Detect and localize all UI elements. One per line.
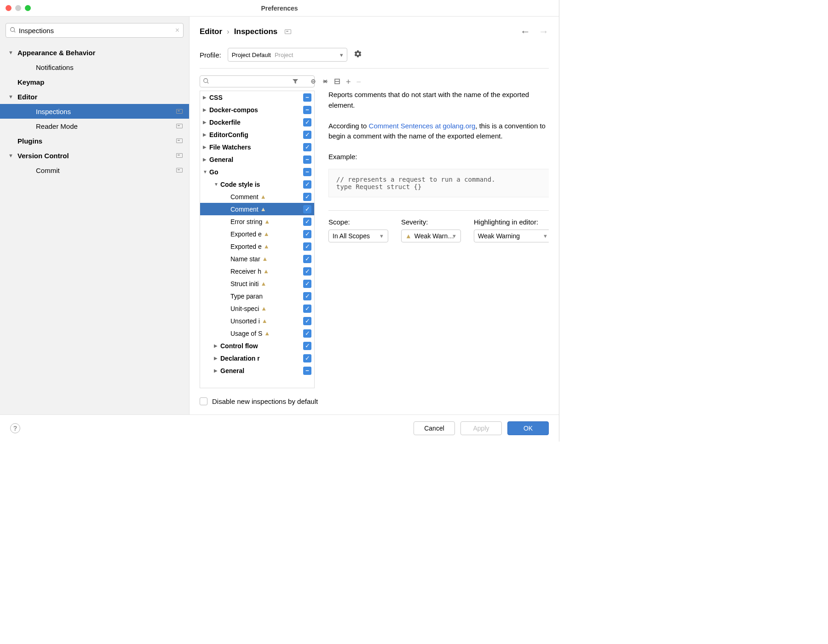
inspection-checkbox[interactable]: ✓: [303, 267, 311, 276]
sidebar-item-commit[interactable]: Commit: [0, 163, 189, 178]
inspection-label: Go: [209, 168, 218, 176]
sidebar-item-inspections[interactable]: Inspections: [0, 104, 189, 119]
ok-button[interactable]: OK: [507, 421, 549, 435]
inspection-checkbox[interactable]: ✓: [303, 255, 311, 263]
inspection-label: Error string: [230, 218, 262, 225]
inspection-checkbox[interactable]: ✓: [303, 143, 311, 151]
search-input[interactable]: [19, 27, 172, 34]
chevron-right-icon: ▶: [203, 132, 208, 137]
inspection-checkbox[interactable]: ✓: [303, 131, 311, 139]
inspection-label: Type paran: [230, 293, 263, 300]
disable-new-checkbox[interactable]: [200, 397, 207, 405]
maximize-icon[interactable]: [25, 5, 31, 11]
inspection-checkbox[interactable]: ✓: [303, 193, 311, 201]
inspection-item[interactable]: ▶General−: [200, 364, 314, 377]
inspection-item[interactable]: Comment▲✓: [200, 203, 314, 215]
inspection-item[interactable]: ▶Declaration r✓: [200, 352, 314, 364]
inspection-checkbox[interactable]: ✓: [303, 280, 311, 288]
inspection-item[interactable]: Receiver h▲✓: [200, 265, 314, 277]
inspection-checkbox[interactable]: ✓: [303, 292, 311, 300]
sidebar-item-version-control[interactable]: ▼Version Control: [0, 148, 189, 163]
inspection-checkbox[interactable]: −: [303, 155, 311, 164]
project-scope-icon: [176, 138, 183, 144]
inspection-item[interactable]: Unit-speci▲✓: [200, 302, 314, 315]
inspection-label: Code style is: [220, 181, 260, 188]
severity-select[interactable]: ▲ Weak Warn… ▼: [401, 230, 461, 242]
inspection-item[interactable]: Comment▲✓: [200, 190, 314, 203]
inspection-checkbox[interactable]: ✓: [303, 354, 311, 362]
inspection-item[interactable]: Usage of S▲✓: [200, 327, 314, 339]
expand-all-icon[interactable]: [310, 78, 316, 86]
inspection-item[interactable]: Unsorted i▲✓: [200, 315, 314, 327]
inspection-item[interactable]: ▶Control flow✓: [200, 339, 314, 352]
sidebar-item-label: Commit: [36, 167, 60, 174]
profile-select[interactable]: Project Default Project ▾: [228, 48, 347, 62]
inspection-checkbox[interactable]: ✓: [303, 317, 311, 325]
cancel-button[interactable]: Cancel: [414, 421, 455, 435]
inspection-label: Declaration r: [220, 355, 260, 362]
sidebar-item-notifications[interactable]: Notifications: [0, 60, 189, 75]
inspection-item[interactable]: Exported e▲✓: [200, 228, 314, 240]
close-icon[interactable]: [6, 5, 12, 11]
breadcrumb-editor[interactable]: Editor: [200, 27, 222, 36]
warning-icon: ▲: [263, 268, 269, 275]
history-back-button[interactable]: ←: [520, 26, 530, 38]
inspection-checkbox[interactable]: ✓: [303, 118, 311, 126]
inspection-item[interactable]: Error string▲✓: [200, 215, 314, 228]
sidebar-item-editor[interactable]: ▼Editor: [0, 89, 189, 104]
sidebar-item-label: Keymap: [17, 78, 44, 86]
help-button[interactable]: ?: [10, 423, 20, 433]
chevron-down-icon: ▼: [379, 233, 384, 239]
sidebar-search[interactable]: ×: [6, 23, 184, 38]
inspection-item[interactable]: ▶General−: [200, 153, 314, 166]
search-icon: [203, 78, 209, 86]
inspection-item[interactable]: Struct initi▲✓: [200, 277, 314, 290]
sidebar-item-keymap[interactable]: Keymap: [0, 75, 189, 89]
inspection-checkbox[interactable]: ✓: [303, 218, 311, 226]
inspection-item[interactable]: ▶CSS−: [200, 91, 314, 104]
inspection-checkbox[interactable]: −: [303, 367, 311, 375]
sidebar-item-reader-mode[interactable]: Reader Mode: [0, 119, 189, 133]
scope-select[interactable]: In All Scopes ▼: [328, 230, 388, 242]
inspection-item[interactable]: ▶EditorConfig✓: [200, 128, 314, 141]
disable-new-label: Disable new inspections by default: [212, 397, 318, 405]
inspection-item[interactable]: ▼Code style is✓: [200, 178, 314, 190]
inspection-item[interactable]: Exported e▲✓: [200, 240, 314, 253]
sidebar-item-appearance-behavior[interactable]: ▼Appearance & Behavior: [0, 45, 189, 60]
inspection-item[interactable]: ▶Dockerfile✓: [200, 116, 314, 128]
warning-icon: ▲: [260, 280, 266, 287]
doc-link[interactable]: Comment Sentences at golang.org: [369, 122, 476, 130]
breadcrumb: Editor › Inspections: [200, 27, 291, 36]
inspection-checkbox[interactable]: ✓: [303, 205, 311, 213]
collapse-all-icon[interactable]: [322, 78, 328, 86]
inspection-checkbox[interactable]: ✓: [303, 180, 311, 189]
profile-settings-button[interactable]: [354, 50, 362, 60]
inspection-checkbox[interactable]: −: [303, 93, 311, 102]
history-forward-button: →: [539, 26, 549, 38]
minimize-icon[interactable]: [15, 5, 21, 11]
warning-icon: ▲: [264, 230, 270, 237]
highlight-select[interactable]: Weak Warning ▼: [474, 230, 549, 242]
clear-search-icon[interactable]: ×: [175, 26, 179, 34]
sidebar-item-plugins[interactable]: Plugins: [0, 133, 189, 148]
inspection-checkbox[interactable]: ✓: [303, 329, 311, 338]
project-scope-icon: [285, 29, 291, 34]
inspection-item[interactable]: ▶File Watchers✓: [200, 141, 314, 153]
inspection-item[interactable]: Name star▲✓: [200, 253, 314, 265]
warning-icon: ▲: [262, 317, 268, 324]
inspection-label: Receiver h: [230, 268, 261, 275]
inspection-checkbox[interactable]: ✓: [303, 305, 311, 313]
inspection-checkbox[interactable]: −: [303, 168, 311, 176]
project-scope-icon: [176, 108, 183, 115]
inspection-checkbox[interactable]: ✓: [303, 242, 311, 251]
filter-icon[interactable]: [292, 78, 299, 86]
inspection-item[interactable]: ▶Docker-compos−: [200, 104, 314, 116]
inspection-checkbox[interactable]: −: [303, 106, 311, 114]
inspection-item[interactable]: ▼Go−: [200, 166, 314, 178]
inspection-checkbox[interactable]: ✓: [303, 342, 311, 350]
warning-icon: ▲: [260, 206, 266, 213]
inspection-checkbox[interactable]: ✓: [303, 230, 311, 238]
search-icon: [10, 27, 16, 34]
sidebar-item-label: Notifications: [36, 63, 74, 71]
inspection-item[interactable]: Type paran✓: [200, 290, 314, 302]
